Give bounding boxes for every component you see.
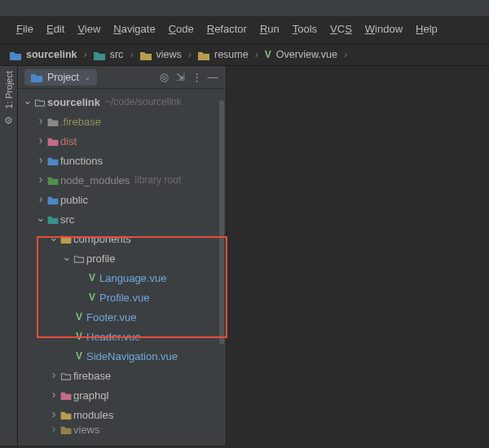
folder-icon — [59, 391, 73, 400]
tree-file[interactable]: VHeader.vue — [18, 327, 226, 346]
menu-item-window[interactable]: Window — [360, 21, 408, 37]
folder-icon — [59, 235, 73, 244]
tree-label: firebase — [73, 370, 111, 382]
tree-file[interactable]: VLanguage.vue — [18, 268, 226, 288]
menu-item-navigate[interactable]: Navigate — [108, 21, 160, 37]
tree-file[interactable]: VSideNavigation.vue — [18, 346, 226, 366]
chevron-right-icon[interactable] — [36, 154, 46, 167]
folder-icon — [46, 117, 60, 126]
tree-label: SideNavigation.vue — [86, 350, 178, 362]
scrollbar[interactable] — [218, 89, 226, 446]
tree-folder[interactable]: .firebase — [18, 112, 226, 131]
breadcrumb-label: Overview.vue — [276, 49, 337, 60]
menu-item-vcs[interactable]: VCS — [325, 21, 357, 37]
project-panel: Project ⌄ ◎ ⇲ ⋮ — sourcelink~/code/sourc… — [18, 66, 227, 446]
menu-item-view[interactable]: View — [73, 21, 105, 37]
tree-folder[interactable]: public — [18, 190, 226, 209]
menu-item-edit[interactable]: Edit — [42, 21, 69, 37]
folder-icon — [46, 215, 60, 224]
more-icon[interactable]: ⋮ — [188, 71, 205, 83]
tool-window-strip[interactable]: 1: Project ⚙ — [0, 66, 18, 446]
menu-item-file[interactable]: File — [11, 21, 38, 37]
chevron-down-icon[interactable] — [49, 232, 59, 245]
editor-area — [227, 66, 489, 446]
tree-folder[interactable]: modules — [18, 405, 226, 424]
breadcrumbs[interactable]: sourcelink › src › views › resume › V Ov… — [0, 44, 489, 66]
project-tool-tab[interactable]: 1: Project — [4, 71, 14, 108]
folder-icon — [33, 98, 47, 107]
tree-label: Footer.vue — [86, 311, 136, 323]
chevron-right-icon: › — [130, 49, 133, 60]
tree-label: Language.vue — [99, 272, 166, 284]
tree-folder[interactable]: views — [18, 424, 226, 434]
tree-label: modules — [73, 409, 113, 421]
folder-icon — [46, 137, 60, 146]
tree-label: Header.vue — [86, 331, 141, 343]
tree-folder[interactable]: firebase — [18, 366, 226, 385]
chevron-right-icon: › — [188, 49, 192, 60]
tree-label: sourcelink — [47, 96, 100, 108]
tree-folder[interactable]: functions — [18, 151, 226, 170]
gear-icon[interactable]: ⚙ — [4, 115, 13, 126]
scrollbar-thumb[interactable] — [219, 100, 224, 345]
tree-folder[interactable]: graphql — [18, 385, 226, 405]
menu-item-code[interactable]: Code — [164, 21, 199, 37]
menu-item-run[interactable]: Run — [255, 21, 284, 37]
breadcrumb-item[interactable]: views — [140, 49, 182, 60]
chevron-down-icon[interactable] — [36, 213, 46, 226]
chevron-down-icon[interactable] — [62, 252, 72, 265]
chevron-right-icon: › — [84, 49, 87, 60]
tree-label: src — [60, 213, 74, 226]
chevron-right-icon[interactable] — [36, 173, 46, 187]
chevron-right-icon[interactable] — [49, 389, 59, 402]
menu-item-refactor[interactable]: Refactor — [202, 21, 252, 37]
chevron-down-icon[interactable] — [23, 95, 33, 108]
tree-folder[interactable]: dist — [18, 131, 226, 151]
tree-folder[interactable]: src — [18, 209, 226, 229]
chevron-right-icon[interactable] — [49, 408, 59, 421]
chevron-right-icon[interactable] — [36, 134, 46, 147]
chevron-right-icon[interactable] — [49, 369, 59, 382]
breadcrumb-item[interactable]: V Overview.vue — [265, 49, 337, 60]
main-area: 1: Project ⚙ Project ⌄ ◎ ⇲ ⋮ — sourcelin… — [0, 66, 489, 446]
folder-icon — [46, 156, 60, 165]
breadcrumb-root[interactable]: sourcelink — [10, 49, 77, 60]
vue-icon: V — [72, 331, 86, 342]
chevron-right-icon[interactable] — [49, 424, 59, 434]
titlebar — [0, 0, 489, 16]
folder-icon — [59, 411, 73, 419]
chevron-right-icon[interactable] — [36, 193, 46, 206]
tree-folder[interactable]: node_moduleslibrary root — [18, 170, 226, 190]
tree-folder[interactable]: sourcelink~/code/sourcelink — [18, 92, 226, 112]
folder-icon — [10, 51, 21, 59]
tree-label: profile — [86, 253, 115, 265]
tree-file[interactable]: VFooter.vue — [18, 307, 226, 327]
collapse-icon[interactable]: ⇲ — [172, 71, 188, 83]
panel-header: Project ⌄ ◎ ⇲ ⋮ — — [18, 66, 226, 89]
tree-label: node_modules — [60, 174, 130, 187]
vue-icon: V — [72, 311, 86, 323]
target-icon[interactable]: ◎ — [156, 71, 172, 83]
panel-view-selector[interactable]: Project ⌄ — [24, 69, 97, 86]
tree-label: dist — [60, 135, 77, 147]
folder-icon — [31, 72, 42, 81]
vue-icon: V — [72, 350, 86, 362]
chevron-down-icon: ⌄ — [84, 72, 90, 81]
breadcrumb-item[interactable]: src — [94, 49, 124, 60]
breadcrumb-label: src — [110, 49, 124, 60]
tree-folder[interactable]: components — [18, 229, 226, 248]
breadcrumb-item[interactable]: resume — [198, 49, 249, 60]
tree-file[interactable]: VProfile.vue — [18, 288, 226, 307]
tree-folder[interactable]: profile — [18, 248, 226, 268]
folder-icon — [94, 51, 105, 59]
vue-icon: V — [265, 49, 271, 60]
hide-icon[interactable]: — — [205, 71, 221, 83]
menu-item-tools[interactable]: Tools — [288, 21, 322, 37]
menubar: FileEditViewNavigateCodeRefactorRunTools… — [0, 16, 489, 44]
chevron-right-icon: › — [344, 49, 347, 60]
menu-item-help[interactable]: Help — [411, 21, 443, 37]
tree-label: .firebase — [60, 116, 101, 128]
panel-title: Project — [47, 72, 79, 83]
project-tree[interactable]: sourcelink~/code/sourcelink.firebasedist… — [18, 89, 226, 446]
chevron-right-icon[interactable] — [36, 115, 46, 128]
